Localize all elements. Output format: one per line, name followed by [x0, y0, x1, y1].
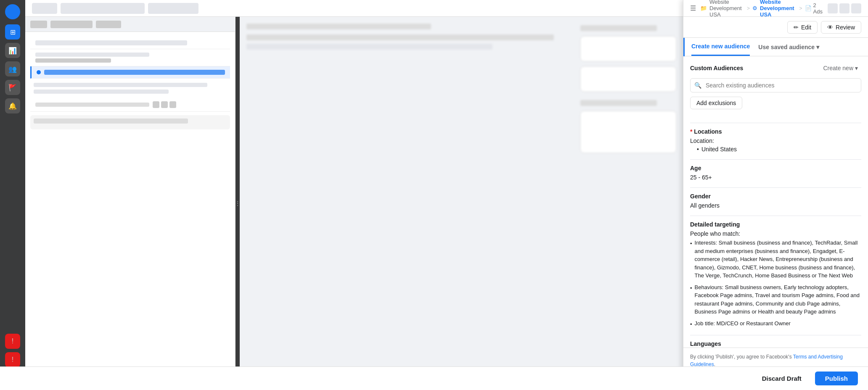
doc-icon: 📄: [805, 5, 812, 11]
dialog-content[interactable]: Custom Audiences Create new ▾ 🔍 Add excl…: [683, 56, 868, 348]
edit-button[interactable]: ✏ Edit: [787, 21, 818, 34]
folder-icon: 📁: [700, 5, 707, 11]
gender-value: All genders: [690, 202, 861, 209]
bell-icon: 🔔: [8, 102, 17, 110]
campaign-row-1: [30, 37, 230, 49]
tab-create-new-label: Create new audience: [691, 43, 750, 50]
publish-label: Publish: [825, 375, 848, 382]
sidebar-icon-audience[interactable]: 👥: [5, 61, 20, 76]
top-bar-item-2: [61, 3, 145, 14]
breadcrumb-sep2: >: [799, 5, 802, 11]
interests-text: Interests: Small business (business and …: [695, 239, 861, 280]
create-new-button[interactable]: Create new ▾: [820, 63, 861, 73]
bullet-interests-icon: •: [690, 240, 692, 248]
left-panel: [25, 17, 236, 390]
top-bar-item-1: [32, 3, 57, 14]
breadcrumb-ads-label: 2 Ads: [813, 2, 823, 15]
search-container: 🔍: [690, 78, 861, 92]
custom-audiences-section: Custom Audiences Create new ▾ 🔍 Add excl…: [690, 63, 861, 116]
divider-1: [690, 123, 861, 123]
bottom-bar: Discard Draft Publish: [0, 366, 868, 390]
review-button[interactable]: 👁 Review: [821, 21, 861, 34]
sidebar-icon-alert2[interactable]: !: [5, 352, 20, 367]
sidebar-icon-bell[interactable]: 🔔: [5, 98, 20, 113]
languages-label: Languages: [690, 340, 861, 347]
bullet-icon: •: [697, 146, 699, 153]
locations-text: Locations: [694, 128, 722, 135]
bullet-behaviours-icon: •: [690, 284, 692, 292]
sidebar-icon-home[interactable]: ⊞: [5, 24, 20, 40]
home-icon: ⊞: [10, 28, 16, 36]
divider-4: [690, 216, 861, 216]
sidebar-icon-alert1[interactable]: !: [5, 334, 20, 349]
age-section: Age 25 - 65+: [690, 165, 861, 181]
review-label: Review: [836, 24, 855, 31]
sidebar-icon-chart[interactable]: 📊: [5, 43, 20, 58]
edit-label: Edit: [801, 24, 811, 31]
people-who-match: People who match:: [690, 230, 861, 237]
locations-label: * Locations: [690, 128, 861, 135]
targeting-interests: • Interests: Small business (business an…: [690, 239, 861, 280]
breadcrumb-adset[interactable]: Website Development USA: [760, 0, 797, 18]
review-icon: 👁: [827, 24, 833, 31]
tab-use-saved[interactable]: Use saved audience ▾: [758, 39, 819, 55]
campaign-row-2: [30, 98, 230, 112]
publish-button[interactable]: Publish: [815, 372, 858, 385]
chart-icon: 📊: [8, 47, 17, 55]
breadcrumb-ads: 📄 2 Ads: [805, 2, 823, 15]
locations-asterisk: *: [690, 128, 694, 135]
breadcrumb-action-1[interactable]: [828, 3, 838, 13]
breadcrumb: ☰ 📁 Website Development USA > ⚙ Website …: [683, 0, 868, 17]
sidebar-avatar[interactable]: [5, 4, 20, 19]
location-country: United States: [701, 146, 737, 153]
detailed-targeting-section: Detailed targeting People who match: • I…: [690, 221, 861, 328]
targeting-job-title: • Job title: MD/CEO or Restaurant Owner: [690, 319, 861, 329]
tab-create-new[interactable]: Create new audience: [691, 38, 750, 56]
action-bar: ✏ Edit 👁 Review: [683, 17, 868, 38]
breadcrumb-sep1: >: [747, 5, 750, 11]
flag-icon: 🚩: [8, 84, 17, 92]
sidebar-icon-flag[interactable]: 🚩: [5, 80, 20, 95]
alert2-icon: !: [12, 356, 13, 364]
create-new-label: Create new: [823, 65, 853, 71]
right-blurred-panels: [574, 17, 683, 390]
add-exclusions-button[interactable]: Add exclusions: [690, 97, 742, 109]
divider-3: [690, 187, 861, 188]
location-field-label: Location:: [690, 137, 861, 144]
custom-audiences-title: Custom Audiences: [690, 65, 743, 71]
divider-2: [690, 159, 861, 160]
adset-icon: ⚙: [752, 5, 757, 11]
top-bar-item-3: [148, 3, 198, 14]
breadcrumb-campaign: Website Development USA: [709, 0, 744, 18]
search-input[interactable]: [690, 78, 861, 92]
audience-dialog: ☰ 📁 Website Development USA > ⚙ Website …: [683, 0, 868, 390]
location-value: • United States: [697, 146, 861, 153]
languages-section: Languages All languages: [690, 340, 861, 348]
discard-label: Discard Draft: [762, 375, 802, 382]
add-exclusions-label: Add exclusions: [696, 100, 736, 106]
sidebar: ⊞ 📊 👥 🚩 🔔 ! ! ⚙: [0, 0, 25, 390]
search-icon: 🔍: [694, 82, 701, 89]
sidebar-toggle-icon[interactable]: ☰: [690, 4, 696, 12]
audience-icon: 👥: [8, 65, 17, 73]
alert-icon: !: [12, 337, 13, 345]
gender-section: Gender All genders: [690, 193, 861, 209]
panel-divider[interactable]: ⋮: [236, 17, 240, 390]
footer-text-content: By clicking 'Publish', you agree to Face…: [690, 354, 792, 360]
create-new-chevron-icon: ▾: [855, 65, 858, 71]
gender-label: Gender: [690, 193, 861, 200]
bullet-job-icon: •: [690, 320, 692, 329]
job-title-text: Job title: MD/CEO or Restaurant Owner: [695, 319, 791, 328]
detailed-targeting-label: Detailed targeting: [690, 221, 861, 228]
targeting-behaviours: • Behaviours: Small business owners, Ear…: [690, 283, 861, 316]
breadcrumb-action-3[interactable]: [851, 3, 861, 13]
age-value: 25 - 65+: [690, 174, 861, 181]
divider-5: [690, 335, 861, 335]
tab-use-saved-label: Use saved audience: [758, 44, 815, 50]
campaign-row-highlighted[interactable]: [30, 66, 230, 79]
edit-icon: ✏: [794, 24, 799, 31]
discard-draft-button[interactable]: Discard Draft: [754, 372, 810, 385]
breadcrumb-action-2[interactable]: [839, 3, 849, 13]
behaviours-text: Behaviours: Small business owners, Early…: [695, 283, 861, 316]
chevron-down-icon: ▾: [816, 44, 819, 50]
